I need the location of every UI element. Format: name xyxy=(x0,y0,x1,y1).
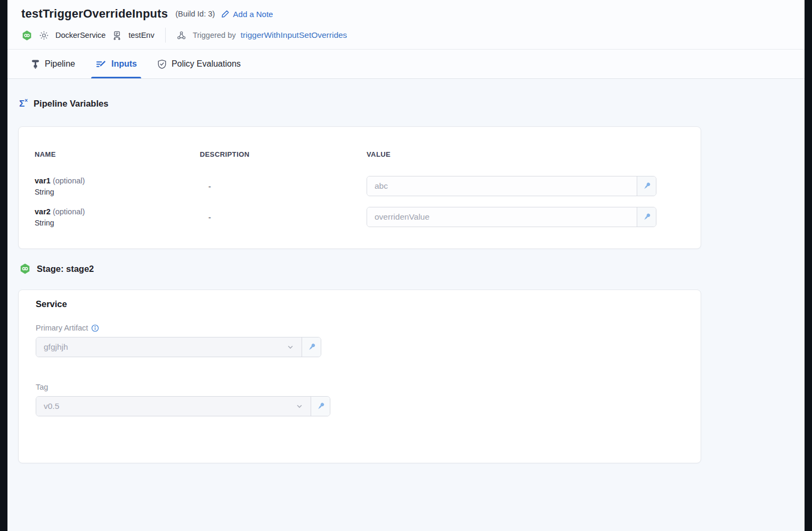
pin-icon xyxy=(307,342,316,352)
tag-label: Tag xyxy=(36,383,685,391)
pin-icon xyxy=(316,401,326,411)
stage-hexagon-icon xyxy=(19,263,31,275)
variable-name-cell: var2 (optional) String xyxy=(35,207,200,227)
environment-icon xyxy=(112,30,122,41)
build-id-label: (Build Id: 3) xyxy=(175,10,215,18)
variable-row-var1: var1 (optional) String - abc xyxy=(35,176,685,196)
variable-value-input[interactable]: overridenValue xyxy=(367,207,637,227)
tab-inputs[interactable]: Inputs xyxy=(94,50,138,78)
pencil-icon xyxy=(221,10,230,18)
pipeline-variables-section-title: Σ× Pipeline Variables xyxy=(19,99,805,109)
page-title: testTriggerOverrideInputs xyxy=(21,7,168,21)
service-card: Service Primary Artifact gfgjhjh xyxy=(18,289,701,463)
primary-artifact-field-row: gfgjhjh xyxy=(36,337,685,357)
tag-select: v0.5 xyxy=(36,396,330,416)
column-header-value: VALUE xyxy=(367,150,685,158)
add-note-label: Add a Note xyxy=(233,10,273,19)
tab-pipeline-label: Pipeline xyxy=(45,59,75,69)
pin-icon xyxy=(642,212,652,222)
tag-dropdown[interactable]: v0.5 xyxy=(36,397,311,416)
variable-qualifier: (optional) xyxy=(53,207,85,216)
stage-title-label: Stage: stage2 xyxy=(37,264,94,274)
pin-input-button[interactable] xyxy=(637,176,656,196)
vertical-divider xyxy=(165,28,166,43)
variable-name: var1 xyxy=(35,176,51,185)
column-header-description: DESCRIPTION xyxy=(200,150,367,158)
pin-icon xyxy=(642,181,652,191)
environment-name: testEnv xyxy=(128,31,154,39)
title-row: testTriggerOverrideInputs (Build Id: 3) … xyxy=(21,7,794,21)
tab-policy-evaluations[interactable]: Policy Evaluations xyxy=(156,50,242,78)
pin-input-button[interactable] xyxy=(637,207,656,227)
execution-tab-bar: Pipeline Inputs Policy Evaluations xyxy=(7,50,805,79)
trigger-webhook-icon xyxy=(176,30,186,41)
variable-name: var2 xyxy=(35,207,51,216)
cd-stage-icon xyxy=(21,30,33,41)
variables-table-header: NAME DESCRIPTION VALUE xyxy=(35,150,685,158)
inputs-tab-content: Σ× Pipeline Variables NAME DESCRIPTION V… xyxy=(7,79,805,531)
pipeline-variables-card: NAME DESCRIPTION VALUE var1 (optional) S… xyxy=(18,126,701,249)
column-header-name: NAME xyxy=(35,150,200,158)
primary-artifact-label: Primary Artifact xyxy=(36,324,685,332)
stage-section-title: Stage: stage2 xyxy=(19,263,805,275)
pin-input-button[interactable] xyxy=(311,397,330,416)
meta-row: DockerService testEnv Triggered by trigg… xyxy=(21,28,794,43)
variable-type: String xyxy=(35,219,200,227)
add-note-button[interactable]: Add a Note xyxy=(221,10,273,19)
service-name: DockerService xyxy=(55,31,105,39)
tab-policy-evaluations-label: Policy Evaluations xyxy=(172,59,241,69)
tab-inputs-label: Inputs xyxy=(111,59,137,69)
primary-artifact-dropdown[interactable]: gfgjhjh xyxy=(36,337,302,357)
tag-field-row: v0.5 xyxy=(36,396,685,416)
variable-description: - xyxy=(200,213,367,222)
info-icon[interactable] xyxy=(91,324,99,332)
variable-value-field: overridenValue xyxy=(367,207,656,227)
variable-name-cell: var1 (optional) String xyxy=(35,176,200,196)
inputs-icon xyxy=(95,59,107,69)
chevron-down-icon xyxy=(287,343,294,351)
tag-label-text: Tag xyxy=(36,383,48,391)
variables-sigma-icon: Σ× xyxy=(19,99,28,108)
variable-description: - xyxy=(200,182,367,191)
shield-check-icon xyxy=(157,59,167,69)
trigger-link[interactable]: triggerWithInputSetOverrides xyxy=(241,30,347,40)
variable-qualifier: (optional) xyxy=(53,176,85,185)
triggered-by-label: Triggered by xyxy=(193,31,236,39)
chevron-down-icon xyxy=(296,403,303,410)
primary-artifact-value: gfgjhjh xyxy=(44,342,68,352)
app-frame: testTriggerOverrideInputs (Build Id: 3) … xyxy=(7,0,805,531)
primary-artifact-label-text: Primary Artifact xyxy=(36,324,88,332)
tab-pipeline[interactable]: Pipeline xyxy=(30,50,76,78)
pipeline-icon xyxy=(31,59,40,69)
service-heading: Service xyxy=(36,299,685,309)
tag-value: v0.5 xyxy=(44,401,59,411)
primary-artifact-select: gfgjhjh xyxy=(36,337,321,357)
variable-type: String xyxy=(35,188,200,196)
pin-input-button[interactable] xyxy=(302,337,321,357)
pipeline-variables-title-label: Pipeline Variables xyxy=(34,99,108,109)
gear-icon xyxy=(39,30,49,41)
variable-row-var2: var2 (optional) String - overridenValue xyxy=(35,207,685,227)
variable-value-input[interactable]: abc xyxy=(367,176,637,196)
variable-value-field: abc xyxy=(367,176,656,196)
execution-header: testTriggerOverrideInputs (Build Id: 3) … xyxy=(7,0,805,50)
